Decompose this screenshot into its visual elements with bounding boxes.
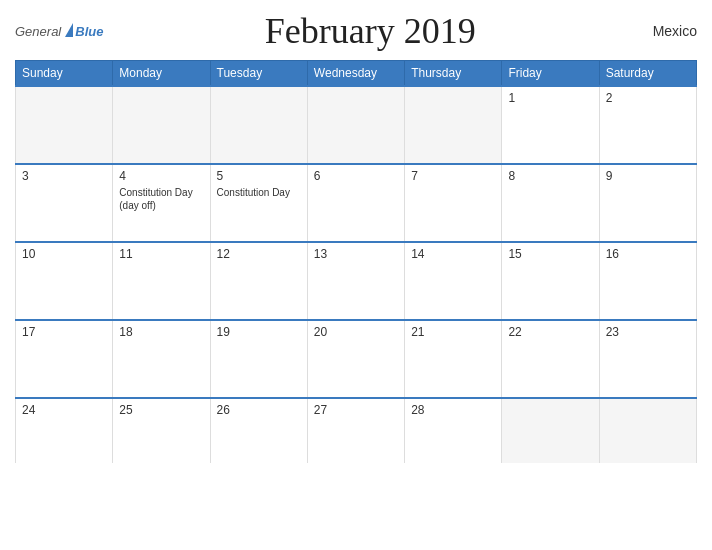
day-number: 21: [411, 325, 495, 339]
calendar-cell: [307, 86, 404, 164]
calendar-cell: 26: [210, 398, 307, 463]
event-label: (day off): [119, 199, 203, 212]
calendar-cell: 16: [599, 242, 696, 320]
header-friday: Friday: [502, 61, 599, 87]
calendar-week-row: 10111213141516: [16, 242, 697, 320]
calendar-cell: 25: [113, 398, 210, 463]
day-number: 4: [119, 169, 203, 183]
day-number: 7: [411, 169, 495, 183]
calendar-title: February 2019: [103, 10, 637, 52]
calendar-cell: 24: [16, 398, 113, 463]
calendar-cell: 7: [405, 164, 502, 242]
day-number: 28: [411, 403, 495, 417]
day-number: 5: [217, 169, 301, 183]
calendar-cell: [405, 86, 502, 164]
header-wednesday: Wednesday: [307, 61, 404, 87]
calendar-cell: 17: [16, 320, 113, 398]
day-number: 23: [606, 325, 690, 339]
day-number: 22: [508, 325, 592, 339]
calendar-week-row: 34Constitution Day(day off)5Constitution…: [16, 164, 697, 242]
header-thursday: Thursday: [405, 61, 502, 87]
calendar-cell: 23: [599, 320, 696, 398]
calendar-cell: 22: [502, 320, 599, 398]
calendar-cell: 1: [502, 86, 599, 164]
country-label: Mexico: [637, 23, 697, 39]
calendar-table: Sunday Monday Tuesday Wednesday Thursday…: [15, 60, 697, 463]
day-number: 10: [22, 247, 106, 261]
day-number: 18: [119, 325, 203, 339]
calendar-cell: 14: [405, 242, 502, 320]
day-number: 1: [508, 91, 592, 105]
day-number: 16: [606, 247, 690, 261]
day-number: 17: [22, 325, 106, 339]
weekday-header-row: Sunday Monday Tuesday Wednesday Thursday…: [16, 61, 697, 87]
logo-triangle-icon: [65, 23, 73, 37]
event-label: Constitution Day: [119, 186, 203, 199]
calendar-cell: 21: [405, 320, 502, 398]
calendar-cell: 20: [307, 320, 404, 398]
calendar-page: General Blue February 2019 Mexico Sunday…: [0, 0, 712, 550]
calendar-cell: 11: [113, 242, 210, 320]
calendar-cell: 10: [16, 242, 113, 320]
day-number: 19: [217, 325, 301, 339]
logo-general: General: [15, 24, 61, 39]
day-number: 24: [22, 403, 106, 417]
calendar-cell: 12: [210, 242, 307, 320]
header-monday: Monday: [113, 61, 210, 87]
header-saturday: Saturday: [599, 61, 696, 87]
calendar-cell: [502, 398, 599, 463]
day-number: 3: [22, 169, 106, 183]
calendar-cell: 3: [16, 164, 113, 242]
calendar-cell: 8: [502, 164, 599, 242]
day-number: 9: [606, 169, 690, 183]
calendar-cell: 19: [210, 320, 307, 398]
day-number: 26: [217, 403, 301, 417]
calendar-cell: 9: [599, 164, 696, 242]
calendar-cell: 6: [307, 164, 404, 242]
calendar-cell: [210, 86, 307, 164]
header-sunday: Sunday: [16, 61, 113, 87]
calendar-cell: [599, 398, 696, 463]
logo-blue: Blue: [75, 24, 103, 39]
day-number: 27: [314, 403, 398, 417]
calendar-cell: 27: [307, 398, 404, 463]
day-number: 2: [606, 91, 690, 105]
calendar-header: General Blue February 2019 Mexico: [15, 10, 697, 52]
day-number: 12: [217, 247, 301, 261]
calendar-cell: 13: [307, 242, 404, 320]
day-number: 15: [508, 247, 592, 261]
calendar-cell: 2: [599, 86, 696, 164]
day-number: 14: [411, 247, 495, 261]
day-number: 25: [119, 403, 203, 417]
event-label: Constitution Day: [217, 186, 301, 199]
calendar-cell: 15: [502, 242, 599, 320]
calendar-week-row: 17181920212223: [16, 320, 697, 398]
calendar-cell: [113, 86, 210, 164]
logo: General Blue: [15, 23, 103, 39]
calendar-cell: 18: [113, 320, 210, 398]
calendar-cell: 28: [405, 398, 502, 463]
day-number: 13: [314, 247, 398, 261]
calendar-week-row: 12: [16, 86, 697, 164]
calendar-week-row: 2425262728: [16, 398, 697, 463]
day-number: 20: [314, 325, 398, 339]
calendar-cell: 5Constitution Day: [210, 164, 307, 242]
day-number: 11: [119, 247, 203, 261]
day-number: 6: [314, 169, 398, 183]
calendar-cell: [16, 86, 113, 164]
calendar-cell: 4Constitution Day(day off): [113, 164, 210, 242]
day-number: 8: [508, 169, 592, 183]
header-tuesday: Tuesday: [210, 61, 307, 87]
